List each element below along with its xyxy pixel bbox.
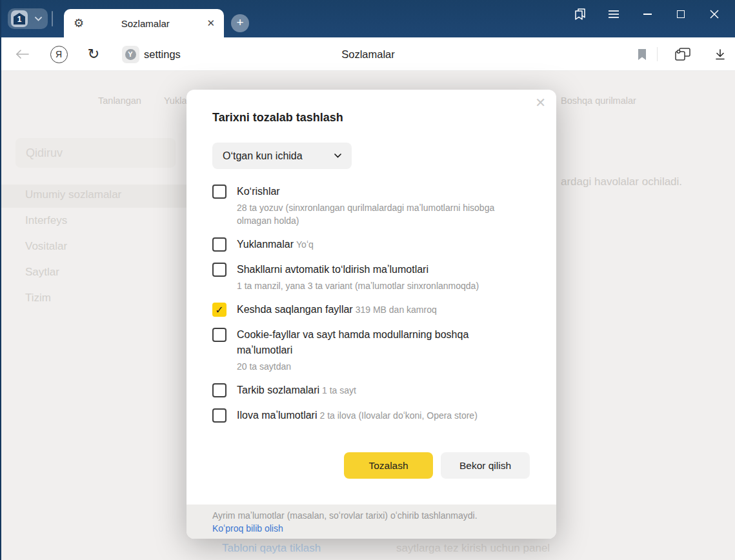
chevron-down-icon[interactable] <box>30 17 46 21</box>
option-cookie[interactable]: Cookie-fayllar va sayt hamda modullarnin… <box>212 327 524 373</box>
option-tarkib[interactable]: Tarkib sozlamalari1 ta sayt <box>212 383 524 398</box>
reload-button[interactable]: ↻ <box>84 37 103 71</box>
toolbar: Я ↻ Y settings Sozlamalar <box>1 37 735 71</box>
option-sub: 1 ta manzil, yana 3 ta variant (maʼlumot… <box>237 279 479 292</box>
background-text-fragment: ardagi havolalar ochiladi. <box>561 175 682 188</box>
titlebar-divider <box>52 11 53 26</box>
checkbox[interactable] <box>212 328 227 342</box>
close-button[interactable] <box>698 1 731 27</box>
dialog-footer: Ayrim maʼlumotlar (masalan, soʻrovlar ta… <box>186 505 556 539</box>
option-note: Yoʻq <box>296 239 314 250</box>
reload-icon: ↻ <box>88 46 99 63</box>
yandex-services-button[interactable]: Я <box>49 37 68 71</box>
footer-note: Ayrim maʼlumotlar (masalan, soʻrovlar ta… <box>212 509 530 522</box>
y-logo-icon: Y <box>125 49 136 60</box>
yandex-icon: Я <box>50 46 68 63</box>
checkbox[interactable] <box>212 237 227 252</box>
sidebar-item-umumiy[interactable]: Umumiy sozlamalar <box>25 188 121 201</box>
dialog-close-icon[interactable]: ✕ <box>535 95 546 110</box>
favicon-badge: Y <box>122 46 139 63</box>
cancel-button[interactable]: Bekor qilish <box>441 452 530 479</box>
address-bar-page-title: Sozlamalar <box>1 37 735 71</box>
bookmarks-panel-icon[interactable] <box>563 1 597 27</box>
search-input[interactable]: Qidiruv <box>15 138 176 168</box>
option-label: Koʻrishlar <box>237 186 280 197</box>
tab-sozlamalar[interactable]: ⚙ Sozlamalar ✕ <box>64 9 224 37</box>
option-label: Keshda saqlangan fayllar <box>237 304 353 315</box>
option-label: Ilova maʼlumotlari <box>237 410 317 421</box>
chevron-down-icon <box>334 154 341 158</box>
nav-boshqa-qurilmalar[interactable]: Boshqa qurilmalar <box>561 95 636 106</box>
tab-close-icon[interactable]: ✕ <box>206 17 215 29</box>
option-korishlar[interactable]: Koʻrishlar 28 ta yozuv (sinxronlangan qu… <box>212 184 524 227</box>
sidebar-item-saytlar[interactable]: Saytlar <box>25 266 59 279</box>
option-shakllar[interactable]: Shakllarni avtomatik toʻldirish maʼlumot… <box>212 262 524 292</box>
tab-counter-badge: 1 <box>11 10 28 27</box>
dialog-actions: Tozalash Bekor qilish <box>344 452 530 479</box>
option-sub: 20 ta saytdan <box>237 360 514 373</box>
checkbox[interactable] <box>212 408 227 423</box>
clear-history-dialog: ✕ Tarixni tozalab tashlash Oʻtgan kun ic… <box>186 90 556 539</box>
window-controls <box>563 0 731 28</box>
option-label: Shakllarni avtomatik toʻldirish maʼlumot… <box>237 264 428 275</box>
restore-tableau-link[interactable]: Tabloni qayta tiklash <box>222 542 321 555</box>
bookmark-button[interactable] <box>632 37 652 71</box>
time-range-select[interactable]: Oʻtgan kun ichida <box>212 143 352 169</box>
option-label: Cookie-fayllar va sayt hamda modullarnin… <box>237 327 514 358</box>
sidebar-item-vositalar[interactable]: Vositalar <box>25 240 67 253</box>
collections-icon[interactable] <box>671 37 694 71</box>
option-label: Yuklanmalar <box>237 239 294 250</box>
sidebar-item-interfeys[interactable]: Interfeys <box>25 214 67 227</box>
tab-counter-button[interactable]: 1 <box>8 8 48 29</box>
settings-page-dimmed: Tanlangan Yuklanmalar Boshqa qurilmalar … <box>1 71 735 560</box>
back-button[interactable] <box>13 37 32 71</box>
dialog-title: Tarixni tozalab tashlash <box>212 111 343 125</box>
clear-options-list: Koʻrishlar 28 ta yozuv (sinxronlangan qu… <box>212 184 524 433</box>
clear-button[interactable]: Tozalash <box>344 452 433 479</box>
tab-title: Sozlamalar <box>84 18 206 29</box>
nav-tanlangan[interactable]: Tanlangan <box>98 95 141 106</box>
checkbox[interactable] <box>212 303 227 317</box>
checkbox[interactable] <box>212 263 227 277</box>
checkbox[interactable] <box>212 185 227 199</box>
menu-icon[interactable] <box>597 1 630 27</box>
option-yuklanmalar[interactable]: YuklanmalarYoʻq <box>212 237 524 252</box>
site-favicon[interactable]: Y <box>121 37 140 71</box>
maximize-button[interactable] <box>664 1 698 27</box>
restore-tableau-note: saytlarga tez kirish uchun panel <box>396 542 550 555</box>
checkbox[interactable] <box>212 383 227 397</box>
new-tab-button[interactable]: + <box>231 14 249 32</box>
titlebar: 1 ⚙ Sozlamalar ✕ + <box>1 0 735 37</box>
sidebar-item-tizim[interactable]: Tizim <box>25 292 51 305</box>
option-ilova[interactable]: Ilova maʼlumotlari2 ta ilova (Ilovalar d… <box>212 408 524 423</box>
browser-window: 1 ⚙ Sozlamalar ✕ + <box>0 0 735 560</box>
address-bar-url[interactable]: settings <box>144 37 181 71</box>
option-note: 319 MB dan kamroq <box>356 305 437 315</box>
option-sub: 28 ta yozuv (sinxronlangan qurilmalardag… <box>237 201 524 227</box>
learn-more-link[interactable]: Koʻproq bilib olish <box>212 522 530 535</box>
time-range-value: Oʻtgan kun ichida <box>223 150 334 162</box>
toolbar-divider <box>657 47 658 61</box>
tab-count: 1 <box>14 13 25 25</box>
gear-icon: ⚙ <box>74 17 84 29</box>
option-kesh[interactable]: Keshda saqlangan fayllar319 MB dan kamro… <box>212 302 524 317</box>
minimize-button[interactable] <box>630 1 664 27</box>
option-label: Tarkib sozlamalari <box>237 385 319 395</box>
downloads-button[interactable] <box>709 37 732 71</box>
option-note: 2 ta ilova (Ilovalar doʻkoni, Opera stor… <box>319 410 477 421</box>
option-note: 1 ta sayt <box>322 385 356 395</box>
